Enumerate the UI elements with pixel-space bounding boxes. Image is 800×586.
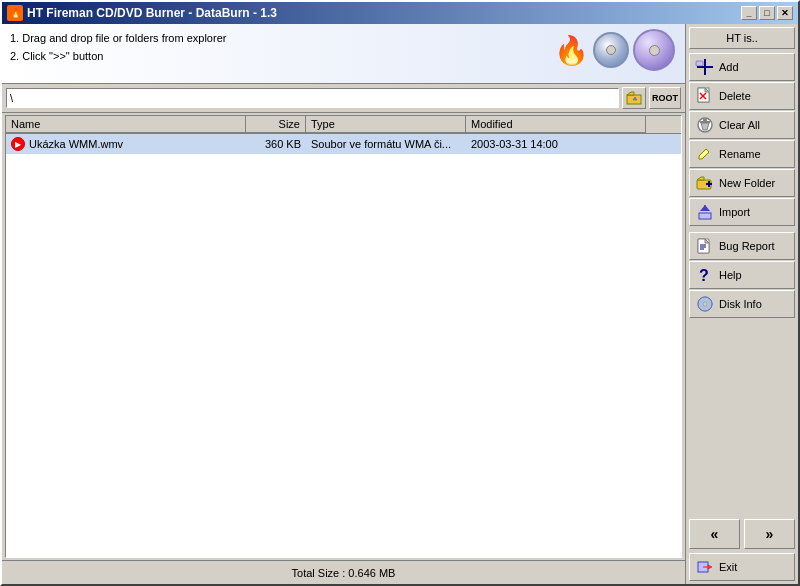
title-bar: 🔥 HT Fireman CD/DVD Burner - DataBurn - …: [2, 2, 798, 24]
file-size: 360 KB: [246, 137, 306, 151]
main-window: 🔥 HT Fireman CD/DVD Burner - DataBurn - …: [0, 0, 800, 586]
path-input[interactable]: [6, 88, 619, 108]
svg-rect-4: [704, 59, 706, 75]
cd-decoration: 🔥: [554, 29, 675, 71]
svg-rect-18: [708, 181, 710, 187]
bug-report-icon: [696, 237, 714, 255]
minimize-button[interactable]: _: [741, 6, 757, 20]
add-icon: [696, 58, 714, 76]
file-name: Ukázka WMM.wmv: [29, 138, 123, 150]
header-type: Type: [306, 116, 466, 133]
exit-button[interactable]: Exit: [689, 553, 795, 581]
total-size-label: Total Size : 0.646 MB: [292, 567, 396, 579]
main-content: 1. Drag and drop file or folders from ex…: [2, 24, 798, 584]
bug-report-button[interactable]: Bug Report: [689, 232, 795, 260]
disk-info-label: Disk Info: [719, 298, 762, 310]
path-bar: ROOT: [2, 84, 685, 113]
import-label: Import: [719, 206, 750, 218]
svg-rect-13: [703, 119, 707, 121]
clear-all-button[interactable]: Clear All: [689, 111, 795, 139]
svg-rect-5: [696, 61, 703, 66]
next-button[interactable]: »: [744, 519, 795, 549]
flame-decoration: 🔥: [554, 34, 589, 67]
left-panel: 1. Drag and drop file or folders from ex…: [2, 24, 686, 584]
help-icon: ?: [696, 266, 714, 284]
new-folder-button[interactable]: New Folder: [689, 169, 795, 197]
folder-up-icon: [626, 90, 642, 106]
file-list-container: Name Size Type Modified ▶ Ukázka WMM.wmv…: [5, 115, 682, 558]
ht-label: HT is..: [689, 27, 795, 49]
file-list-header: Name Size Type Modified: [6, 116, 681, 134]
instructions-area: 1. Drag and drop file or folders from ex…: [2, 24, 685, 84]
table-row[interactable]: ▶ Ukázka WMM.wmv 360 KB Soubor ve formát…: [6, 134, 681, 154]
delete-label: Delete: [719, 90, 751, 102]
file-type: Soubor ve formátu WMA či...: [306, 137, 466, 151]
status-bar: Total Size : 0.646 MB: [2, 560, 685, 584]
svg-marker-16: [697, 177, 704, 180]
nav-row: « »: [689, 515, 795, 549]
file-name-cell: ▶ Ukázka WMM.wmv: [6, 136, 246, 152]
delete-icon: [696, 87, 714, 105]
add-button[interactable]: Add: [689, 53, 795, 81]
svg-rect-12: [700, 121, 710, 123]
svg-text:?: ?: [699, 267, 709, 284]
exit-label: Exit: [719, 561, 737, 573]
help-label: Help: [719, 269, 742, 281]
root-button[interactable]: ROOT: [649, 87, 681, 109]
rename-label: Rename: [719, 148, 761, 160]
new-folder-icon: [696, 174, 714, 192]
header-size: Size: [246, 116, 306, 133]
new-folder-label: New Folder: [719, 177, 775, 189]
right-panel: HT is.. Add: [686, 24, 798, 584]
app-icon: 🔥: [7, 5, 23, 21]
svg-marker-1: [627, 92, 634, 95]
file-rows-container: ▶ Ukázka WMM.wmv 360 KB Soubor ve formát…: [6, 134, 681, 154]
maximize-button[interactable]: □: [759, 6, 775, 20]
header-name: Name: [6, 116, 246, 133]
rename-button[interactable]: Rename: [689, 140, 795, 168]
header-modified: Modified: [466, 116, 646, 133]
path-up-button[interactable]: [622, 87, 646, 109]
title-buttons: _ □ ✕: [741, 6, 793, 20]
clear-all-label: Clear All: [719, 119, 760, 131]
help-button[interactable]: ? Help: [689, 261, 795, 289]
bug-report-label: Bug Report: [719, 240, 775, 252]
add-label: Add: [719, 61, 739, 73]
import-button[interactable]: Import: [689, 198, 795, 226]
file-type-icon: ▶: [11, 137, 25, 151]
svg-point-31: [703, 302, 707, 306]
svg-rect-19: [699, 213, 711, 219]
clear-all-icon: [696, 116, 714, 134]
rename-icon: [696, 145, 714, 163]
disk-info-icon: [696, 295, 714, 313]
cd-disc-1: [593, 32, 629, 68]
file-modified: 2003-03-31 14:00: [466, 137, 646, 151]
prev-button[interactable]: «: [689, 519, 740, 549]
cd-disc-2: [633, 29, 675, 71]
window-title: HT Fireman CD/DVD Burner - DataBurn - 1.…: [27, 6, 277, 20]
close-button[interactable]: ✕: [777, 6, 793, 20]
delete-button[interactable]: Delete: [689, 82, 795, 110]
disk-info-button[interactable]: Disk Info: [689, 290, 795, 318]
import-icon: [696, 203, 714, 221]
svg-marker-33: [708, 565, 712, 569]
exit-icon: [696, 558, 714, 576]
title-bar-left: 🔥 HT Fireman CD/DVD Burner - DataBurn - …: [7, 5, 277, 21]
